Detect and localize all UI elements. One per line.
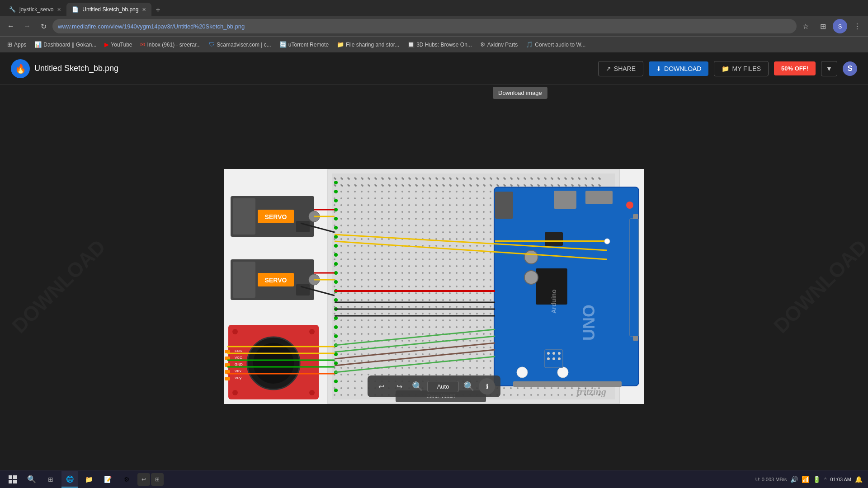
tab1-label: joystick_servo bbox=[19, 6, 53, 13]
tray-icon3[interactable]: 🔋 bbox=[813, 476, 821, 483]
bookmark-3dhubs[interactable]: 🔲 3D Hubs: Browse On... bbox=[404, 39, 476, 50]
svg-rect-133 bbox=[233, 198, 255, 235]
left-watermark: DOWNLOAD bbox=[7, 235, 110, 338]
bookmark-inbox[interactable]: ✉ Inbox (961) - sreerar... bbox=[137, 39, 204, 50]
rotate-right-button[interactable]: ↪ bbox=[391, 378, 407, 394]
bookmark-axidrw-label: Axidrw Parts bbox=[487, 42, 518, 48]
reload-button[interactable]: ↻ bbox=[36, 19, 51, 33]
svg-point-95 bbox=[334, 271, 338, 275]
taskbar-search-button[interactable]: 🔍 bbox=[24, 471, 40, 488]
svg-point-129 bbox=[547, 357, 550, 360]
svg-rect-112 bbox=[585, 191, 613, 204]
bookmark-filesharing[interactable]: 📁 File sharing and stor... bbox=[333, 39, 403, 50]
svg-point-118 bbox=[524, 250, 538, 264]
3dhubs-icon: 🔲 bbox=[407, 41, 415, 48]
flame-icon: 🔥 bbox=[15, 63, 26, 74]
tab-bar: 🔧 joystick_servo ✕ 📄 Untitled Sketch_bb.… bbox=[0, 0, 868, 16]
svg-text:VRy: VRy bbox=[235, 376, 241, 380]
more-options-button[interactable]: ⋮ bbox=[850, 19, 864, 33]
bookmark-apps[interactable]: ⊞ Apps bbox=[4, 39, 30, 50]
svg-point-104 bbox=[334, 352, 338, 356]
small-icon2-button[interactable]: ⊞ bbox=[151, 473, 164, 486]
myfiles-button[interactable]: 📁 MY FILES bbox=[714, 61, 769, 76]
toolbar-right: ☆ ⊞ S ⋮ bbox=[798, 19, 864, 33]
svg-text:ENS: ENS bbox=[235, 349, 242, 353]
address-bar[interactable]: www.mediafire.com/view/1940vygm14pav3r/U… bbox=[52, 19, 797, 33]
download-label: DOWNLOAD bbox=[664, 65, 701, 72]
forward-button[interactable]: → bbox=[20, 19, 34, 33]
svg-point-113 bbox=[626, 202, 633, 209]
svg-rect-143 bbox=[296, 284, 310, 296]
taskbar-explorer-button[interactable]: 🌐 bbox=[61, 471, 78, 488]
svg-point-93 bbox=[334, 253, 338, 257]
tab-joystick-servo[interactable]: 🔧 joystick_servo ✕ bbox=[4, 3, 66, 16]
svg-rect-191 bbox=[9, 480, 12, 483]
right-watermark: DOWNLOAD bbox=[773, 235, 868, 338]
task-view-button[interactable]: ⊞ bbox=[42, 471, 59, 488]
clock-time: 01:03 AM bbox=[830, 477, 851, 482]
notification-button[interactable]: 🔔 bbox=[855, 476, 863, 483]
svg-point-131 bbox=[558, 357, 561, 360]
bookmark-utorrent-label: uTorrent Remote bbox=[288, 42, 329, 48]
tab1-close-icon[interactable]: ✕ bbox=[57, 7, 61, 13]
zoom-out-button[interactable]: 🔍 bbox=[409, 378, 425, 394]
system-clock[interactable]: 01:03 AM bbox=[830, 477, 851, 482]
bookmark-star-button[interactable]: ☆ bbox=[798, 19, 813, 33]
download-tooltip: Download image bbox=[493, 87, 547, 99]
tray-icon2[interactable]: 📶 bbox=[802, 476, 809, 483]
svg-point-146 bbox=[309, 329, 315, 334]
start-button[interactable] bbox=[5, 471, 21, 488]
info-button[interactable]: ℹ bbox=[479, 378, 495, 394]
back-button[interactable]: ← bbox=[4, 19, 18, 33]
tab2-close-icon[interactable]: ✕ bbox=[142, 7, 146, 13]
bookmark-convert-audio-label: Convert audio to W... bbox=[535, 42, 585, 48]
zoom-input[interactable] bbox=[427, 381, 459, 392]
profile-button[interactable]: S bbox=[833, 19, 847, 33]
svg-point-90 bbox=[334, 226, 338, 230]
user-avatar[interactable]: S bbox=[843, 61, 857, 76]
extensions-button[interactable]: ⊞ bbox=[816, 19, 830, 33]
svg-rect-139 bbox=[233, 262, 255, 298]
youtube-icon: ▶ bbox=[104, 41, 109, 48]
share-button[interactable]: ↗ SHARE bbox=[598, 61, 643, 76]
svg-point-88 bbox=[334, 208, 338, 211]
bookmark-convert-audio[interactable]: 🎵 Convert audio to W... bbox=[522, 39, 589, 50]
bookmark-axidrw[interactable]: ⚙ Axidrw Parts bbox=[476, 39, 521, 50]
tab2-label: Untitled Sketch_bb.png bbox=[82, 6, 138, 13]
bookmark-utorrent[interactable]: 🔄 uTorrent Remote bbox=[276, 39, 332, 50]
folder-icon: 📁 bbox=[722, 65, 729, 72]
browser-chrome: 🔧 joystick_servo ✕ 📄 Untitled Sketch_bb.… bbox=[0, 0, 868, 52]
svg-point-86 bbox=[334, 190, 338, 193]
bookmark-scamadviser[interactable]: 🛡 Scamadviser.com | c... bbox=[205, 39, 275, 50]
bookmark-youtube[interactable]: ▶ YouTube bbox=[101, 39, 136, 50]
url-text: www.mediafire.com/view/1940vygm14pav3r/U… bbox=[58, 23, 245, 30]
rotate-left-button[interactable]: ↩ bbox=[373, 378, 389, 394]
tab-untitled-sketch[interactable]: 📄 Untitled Sketch_bb.png ✕ bbox=[66, 3, 151, 16]
svg-text:SERVO: SERVO bbox=[265, 277, 287, 284]
chevron-down-icon: ▼ bbox=[826, 65, 832, 72]
image-viewer: DOWNLOAD DOWNLOAD bbox=[0, 85, 868, 488]
taskbar-app3-button[interactable]: 📝 bbox=[99, 471, 116, 488]
convert-audio-icon: 🎵 bbox=[526, 41, 533, 48]
zoom-in-button[interactable]: 🔍 bbox=[461, 378, 477, 394]
taskbar-app4-button[interactable]: ⚙ bbox=[118, 471, 135, 488]
mediafire-logo[interactable]: 🔥 Untitled Sketch_bb.png bbox=[11, 59, 118, 78]
more-button[interactable]: ▼ bbox=[821, 61, 837, 76]
tray-icon1[interactable]: 🔊 bbox=[790, 476, 798, 483]
small-icon1-button[interactable]: ↩ bbox=[137, 473, 150, 486]
deal-button[interactable]: 50% OFF! bbox=[774, 61, 816, 75]
tab1-favicon: 🔧 bbox=[9, 6, 16, 13]
taskbar-file-explorer-button[interactable]: 📁 bbox=[80, 471, 97, 488]
svg-point-92 bbox=[334, 244, 338, 248]
bookmark-scamadviser-label: Scamadviser.com | c... bbox=[217, 42, 271, 48]
tray-expand-button[interactable]: ^ bbox=[824, 477, 826, 482]
bookmark-3dhubs-label: 3D Hubs: Browse On... bbox=[416, 42, 472, 48]
svg-rect-111 bbox=[495, 192, 513, 219]
myfiles-label: MY FILES bbox=[732, 65, 761, 72]
file-title: Untitled Sketch_bb.png bbox=[34, 64, 118, 73]
network-speed: U: 0.003 MB/s bbox=[755, 477, 787, 482]
svg-point-91 bbox=[334, 235, 338, 239]
bookmark-dashboard[interactable]: 📊 Dashboard || Gokan... bbox=[31, 39, 100, 50]
new-tab-button[interactable]: + bbox=[151, 4, 164, 16]
download-button[interactable]: ⬇ DOWNLOAD bbox=[649, 61, 708, 76]
